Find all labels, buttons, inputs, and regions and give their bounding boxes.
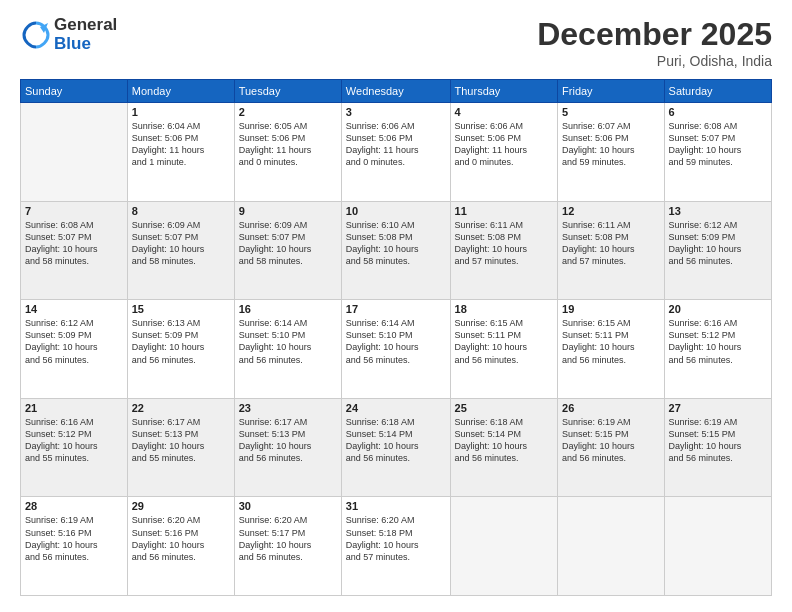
calendar-table: SundayMondayTuesdayWednesdayThursdayFrid… [20,79,772,596]
title-block: December 2025 Puri, Odisha, India [537,16,772,69]
calendar-cell: 2Sunrise: 6:05 AMSunset: 5:06 PMDaylight… [234,103,341,202]
cell-info: Sunrise: 6:14 AMSunset: 5:10 PMDaylight:… [239,317,337,366]
day-number: 4 [455,106,554,118]
day-number: 18 [455,303,554,315]
day-number: 30 [239,500,337,512]
cell-info: Sunrise: 6:20 AMSunset: 5:16 PMDaylight:… [132,514,230,563]
day-number: 21 [25,402,123,414]
day-number: 22 [132,402,230,414]
weekday-tuesday: Tuesday [234,80,341,103]
calendar-cell: 23Sunrise: 6:17 AMSunset: 5:13 PMDayligh… [234,398,341,497]
calendar-row-1: 1Sunrise: 6:04 AMSunset: 5:06 PMDaylight… [21,103,772,202]
weekday-wednesday: Wednesday [341,80,450,103]
day-number: 6 [669,106,767,118]
calendar-row-2: 7Sunrise: 6:08 AMSunset: 5:07 PMDaylight… [21,201,772,300]
calendar-cell: 1Sunrise: 6:04 AMSunset: 5:06 PMDaylight… [127,103,234,202]
cell-info: Sunrise: 6:15 AMSunset: 5:11 PMDaylight:… [562,317,660,366]
cell-info: Sunrise: 6:11 AMSunset: 5:08 PMDaylight:… [562,219,660,268]
weekday-monday: Monday [127,80,234,103]
day-number: 11 [455,205,554,217]
calendar-cell [558,497,665,596]
calendar-cell: 11Sunrise: 6:11 AMSunset: 5:08 PMDayligh… [450,201,558,300]
calendar-cell: 30Sunrise: 6:20 AMSunset: 5:17 PMDayligh… [234,497,341,596]
day-number: 12 [562,205,660,217]
day-number: 29 [132,500,230,512]
cell-info: Sunrise: 6:15 AMSunset: 5:11 PMDaylight:… [455,317,554,366]
calendar-cell: 13Sunrise: 6:12 AMSunset: 5:09 PMDayligh… [664,201,771,300]
header: General Blue December 2025 Puri, Odisha,… [20,16,772,69]
day-number: 10 [346,205,446,217]
cell-info: Sunrise: 6:12 AMSunset: 5:09 PMDaylight:… [669,219,767,268]
calendar-row-4: 21Sunrise: 6:16 AMSunset: 5:12 PMDayligh… [21,398,772,497]
calendar-row-5: 28Sunrise: 6:19 AMSunset: 5:16 PMDayligh… [21,497,772,596]
day-number: 9 [239,205,337,217]
logo: General Blue [20,16,117,53]
calendar-cell: 14Sunrise: 6:12 AMSunset: 5:09 PMDayligh… [21,300,128,399]
calendar-cell: 24Sunrise: 6:18 AMSunset: 5:14 PMDayligh… [341,398,450,497]
calendar-cell: 19Sunrise: 6:15 AMSunset: 5:11 PMDayligh… [558,300,665,399]
day-number: 1 [132,106,230,118]
calendar-cell: 27Sunrise: 6:19 AMSunset: 5:15 PMDayligh… [664,398,771,497]
cell-info: Sunrise: 6:17 AMSunset: 5:13 PMDaylight:… [132,416,230,465]
cell-info: Sunrise: 6:09 AMSunset: 5:07 PMDaylight:… [239,219,337,268]
cell-info: Sunrise: 6:08 AMSunset: 5:07 PMDaylight:… [25,219,123,268]
cell-info: Sunrise: 6:19 AMSunset: 5:15 PMDaylight:… [669,416,767,465]
weekday-saturday: Saturday [664,80,771,103]
calendar-cell: 8Sunrise: 6:09 AMSunset: 5:07 PMDaylight… [127,201,234,300]
day-number: 20 [669,303,767,315]
cell-info: Sunrise: 6:06 AMSunset: 5:06 PMDaylight:… [455,120,554,169]
calendar-cell: 26Sunrise: 6:19 AMSunset: 5:15 PMDayligh… [558,398,665,497]
calendar-cell: 15Sunrise: 6:13 AMSunset: 5:09 PMDayligh… [127,300,234,399]
weekday-sunday: Sunday [21,80,128,103]
cell-info: Sunrise: 6:14 AMSunset: 5:10 PMDaylight:… [346,317,446,366]
cell-info: Sunrise: 6:12 AMSunset: 5:09 PMDaylight:… [25,317,123,366]
location: Puri, Odisha, India [537,53,772,69]
cell-info: Sunrise: 6:07 AMSunset: 5:06 PMDaylight:… [562,120,660,169]
cell-info: Sunrise: 6:19 AMSunset: 5:16 PMDaylight:… [25,514,123,563]
calendar-row-3: 14Sunrise: 6:12 AMSunset: 5:09 PMDayligh… [21,300,772,399]
calendar-cell [21,103,128,202]
calendar-cell: 10Sunrise: 6:10 AMSunset: 5:08 PMDayligh… [341,201,450,300]
calendar-cell: 3Sunrise: 6:06 AMSunset: 5:06 PMDaylight… [341,103,450,202]
day-number: 31 [346,500,446,512]
cell-info: Sunrise: 6:18 AMSunset: 5:14 PMDaylight:… [346,416,446,465]
weekday-header-row: SundayMondayTuesdayWednesdayThursdayFrid… [21,80,772,103]
calendar-cell [664,497,771,596]
cell-info: Sunrise: 6:13 AMSunset: 5:09 PMDaylight:… [132,317,230,366]
calendar-cell: 5Sunrise: 6:07 AMSunset: 5:06 PMDaylight… [558,103,665,202]
day-number: 23 [239,402,337,414]
logo-icon [20,19,52,51]
day-number: 15 [132,303,230,315]
cell-info: Sunrise: 6:04 AMSunset: 5:06 PMDaylight:… [132,120,230,169]
day-number: 24 [346,402,446,414]
calendar-cell [450,497,558,596]
calendar-cell: 25Sunrise: 6:18 AMSunset: 5:14 PMDayligh… [450,398,558,497]
cell-info: Sunrise: 6:06 AMSunset: 5:06 PMDaylight:… [346,120,446,169]
month-title: December 2025 [537,16,772,53]
day-number: 28 [25,500,123,512]
day-number: 7 [25,205,123,217]
logo-blue: Blue [54,35,117,54]
day-number: 5 [562,106,660,118]
cell-info: Sunrise: 6:20 AMSunset: 5:17 PMDaylight:… [239,514,337,563]
cell-info: Sunrise: 6:10 AMSunset: 5:08 PMDaylight:… [346,219,446,268]
day-number: 16 [239,303,337,315]
cell-info: Sunrise: 6:18 AMSunset: 5:14 PMDaylight:… [455,416,554,465]
cell-info: Sunrise: 6:11 AMSunset: 5:08 PMDaylight:… [455,219,554,268]
calendar-cell: 9Sunrise: 6:09 AMSunset: 5:07 PMDaylight… [234,201,341,300]
calendar-cell: 22Sunrise: 6:17 AMSunset: 5:13 PMDayligh… [127,398,234,497]
calendar-cell: 16Sunrise: 6:14 AMSunset: 5:10 PMDayligh… [234,300,341,399]
day-number: 27 [669,402,767,414]
day-number: 13 [669,205,767,217]
weekday-thursday: Thursday [450,80,558,103]
calendar-cell: 20Sunrise: 6:16 AMSunset: 5:12 PMDayligh… [664,300,771,399]
day-number: 19 [562,303,660,315]
cell-info: Sunrise: 6:19 AMSunset: 5:15 PMDaylight:… [562,416,660,465]
day-number: 17 [346,303,446,315]
calendar-cell: 4Sunrise: 6:06 AMSunset: 5:06 PMDaylight… [450,103,558,202]
day-number: 3 [346,106,446,118]
calendar-cell: 28Sunrise: 6:19 AMSunset: 5:16 PMDayligh… [21,497,128,596]
page: General Blue December 2025 Puri, Odisha,… [0,0,792,612]
cell-info: Sunrise: 6:09 AMSunset: 5:07 PMDaylight:… [132,219,230,268]
calendar-cell: 6Sunrise: 6:08 AMSunset: 5:07 PMDaylight… [664,103,771,202]
